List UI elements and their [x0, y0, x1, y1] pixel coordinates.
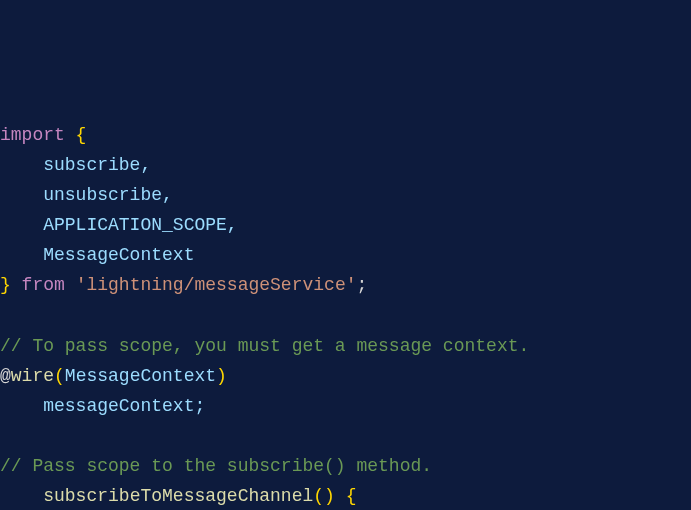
space [335, 486, 346, 506]
code-line: MessageContext [0, 240, 691, 270]
code-line: APPLICATION_SCOPE, [0, 210, 691, 240]
paren-close: ) [216, 366, 227, 386]
code-line: unsubscribe, [0, 180, 691, 210]
code-line: subscribeToMessageChannel() { [0, 481, 691, 510]
method-name: subscribeToMessageChannel [43, 486, 313, 506]
code-line-empty [0, 300, 691, 330]
code-editor[interactable]: import { subscribe, unsubscribe, APPLICA… [0, 120, 691, 510]
paren-open: ( [54, 366, 65, 386]
at-sign: @ [0, 366, 11, 386]
code-line: import { [0, 120, 691, 150]
identifier: subscribe, [0, 155, 151, 175]
code-line-empty [0, 421, 691, 451]
code-line: messageContext; [0, 391, 691, 421]
keyword-import: import [0, 125, 65, 145]
comment: // Pass scope to the subscribe() method. [0, 456, 432, 476]
code-line: // To pass scope, you must get a message… [0, 331, 691, 361]
code-line: subscribe, [0, 150, 691, 180]
semicolon: ; [357, 275, 368, 295]
keyword-from: from [22, 275, 65, 295]
brace-close: } [0, 275, 22, 295]
identifier: messageContext; [0, 396, 205, 416]
identifier: MessageContext [0, 245, 194, 265]
code-line: // Pass scope to the subscribe() method. [0, 451, 691, 481]
decorator-wire: wire [11, 366, 54, 386]
identifier: APPLICATION_SCOPE, [0, 215, 238, 235]
parens: () [313, 486, 335, 506]
code-line: } from 'lightning/messageService'; [0, 270, 691, 300]
code-line: @wire(MessageContext) [0, 361, 691, 391]
identifier: unsubscribe, [0, 185, 173, 205]
brace-open: { [346, 486, 357, 506]
identifier: MessageContext [65, 366, 216, 386]
indent [0, 486, 43, 506]
comment: // To pass scope, you must get a message… [0, 336, 529, 356]
space [65, 275, 76, 295]
brace-open: { [65, 125, 87, 145]
string-literal: 'lightning/messageService' [76, 275, 357, 295]
